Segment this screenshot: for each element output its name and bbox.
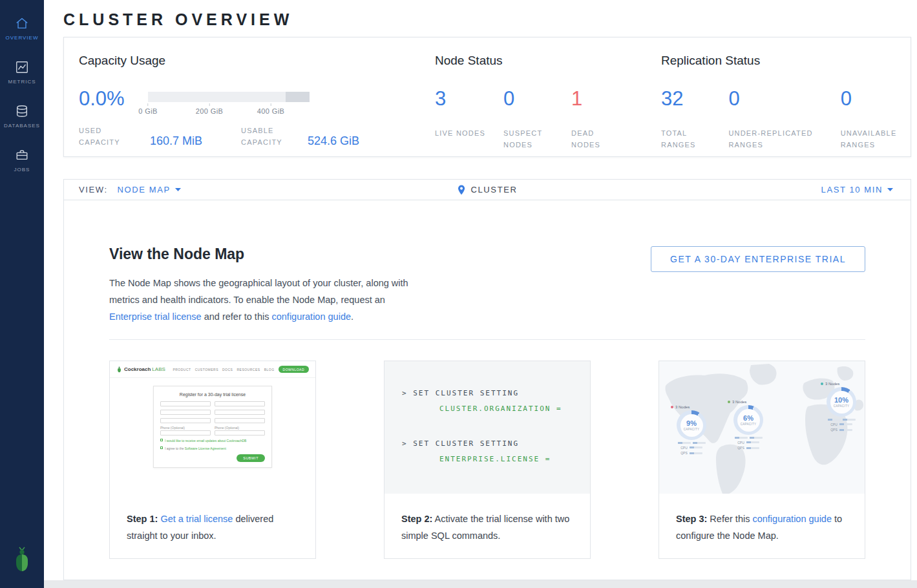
mock-input bbox=[160, 430, 211, 436]
sidebar-item-label: OVERVIEW bbox=[6, 35, 39, 41]
live-nodes-value: 3 bbox=[435, 89, 503, 109]
step-1-label: Step 1: bbox=[127, 514, 158, 524]
code-line: CLUSTER.ORGANIZATION = bbox=[402, 401, 590, 417]
under-replicated-ranges-value: 0 bbox=[728, 89, 840, 109]
mock-consent-line: I agree to the Software License Agreemen… bbox=[160, 446, 265, 451]
configuration-guide-link[interactable]: configuration guide bbox=[271, 311, 351, 322]
live-nodes-label: LIVE NODES bbox=[435, 127, 487, 139]
description-text: The Node Map shows the geographical layo… bbox=[109, 278, 408, 305]
get-trial-license-link[interactable]: Get a trial license bbox=[160, 514, 233, 524]
cluster-summary-card: Capacity Usage 0.0% 0 GiB 200 GiB 400 Gi… bbox=[63, 37, 911, 157]
unavailable-ranges-value: 0 bbox=[841, 89, 911, 109]
mock-download-button: DOWNLOAD bbox=[279, 366, 309, 373]
map-pin-icon bbox=[458, 185, 466, 195]
suspect-nodes-value: 0 bbox=[503, 89, 571, 109]
sidebar-item-metrics[interactable]: METRICS bbox=[0, 50, 44, 94]
step-1-card: CockroachLABS PRODUCT CUSTOMERS DOCS RES… bbox=[109, 361, 316, 559]
capacity-usage-section: Capacity Usage 0.0% 0 GiB 200 GiB 400 Gi… bbox=[64, 37, 420, 156]
step-1-caption: Step 1: Get a trial license delivered st… bbox=[110, 494, 315, 544]
cpu-label: CPU bbox=[830, 423, 838, 426]
unavailable-ranges-stat: 0 UNAVAILABLE RANGES bbox=[841, 89, 911, 151]
configuration-guide-link-2[interactable]: configuration guide bbox=[752, 514, 832, 524]
cockroach-logo-small-icon bbox=[116, 366, 122, 373]
qps-label: QPS bbox=[680, 451, 688, 455]
cluster-nodes-label: 3 Nodes bbox=[732, 400, 746, 404]
mock-input bbox=[160, 418, 211, 423]
used-capacity-stat: USED CAPACITY 160.7 MiB bbox=[79, 125, 202, 148]
qps-label: QPS bbox=[737, 446, 744, 450]
mock-checkbox bbox=[160, 439, 163, 441]
axis-tick: 400 GiB bbox=[257, 107, 285, 115]
usable-capacity-value: 524.6 GiB bbox=[308, 135, 359, 148]
sidebar-item-jobs[interactable]: JOBS bbox=[0, 138, 44, 182]
mock-registration-form: Register for a 30-day trial license Phon… bbox=[153, 386, 272, 468]
enterprise-trial-license-link[interactable]: Enterprise trial license bbox=[109, 311, 202, 322]
description-text: and refer to this bbox=[202, 311, 272, 322]
under-replicated-ranges-stat: 0 UNDER-REPLICATED RANGES bbox=[728, 89, 840, 151]
cockroach-labs-logo[interactable] bbox=[11, 547, 33, 575]
replication-status-title: Replication Status bbox=[661, 54, 911, 68]
capacity-axis: 0 GiB 200 GiB 400 GiB bbox=[148, 102, 310, 116]
sidebar-item-databases[interactable]: DATABASES bbox=[0, 94, 44, 138]
page-title: CLUSTER OVERVIEW bbox=[63, 9, 911, 37]
usable-capacity-stat: USABLE CAPACITY 524.6 GiB bbox=[241, 125, 359, 148]
under-replicated-ranges-label: UNDER-REPLICATED RANGES bbox=[728, 127, 829, 151]
cluster-nodes-label: 3 Nodes bbox=[825, 382, 839, 386]
capacity-bar-tail bbox=[286, 92, 310, 102]
usable-capacity-label: USABLE CAPACITY bbox=[241, 125, 293, 148]
mock-phone-label: Phone (Optional) bbox=[215, 426, 265, 430]
map-cluster: 3 Nodes 10%CAPACITY CPU QPS bbox=[821, 382, 862, 432]
mock-input bbox=[215, 430, 265, 436]
dead-nodes-label: DEAD NODES bbox=[571, 127, 623, 151]
sql-code-block: > SET CLUSTER SETTING CLUSTER.ORGANIZATI… bbox=[385, 361, 590, 494]
capacity-bar bbox=[148, 92, 310, 102]
map-cluster: 3 Nodes 6%CAPACITY CPU QPS bbox=[728, 400, 769, 450]
metrics-icon bbox=[15, 60, 29, 74]
sidebar-item-overview[interactable]: OVERVIEW bbox=[0, 6, 44, 50]
divider bbox=[109, 339, 865, 340]
node-map-preview: 3 Nodes 9%CAPACITY CPU QPS 3 Nodes 6%CAP… bbox=[659, 361, 865, 494]
total-ranges-stat: 32 TOTAL RANGES bbox=[661, 89, 728, 151]
total-ranges-label: TOTAL RANGES bbox=[661, 127, 713, 151]
replication-status-section: Replication Status 32 TOTAL RANGES 0 UND… bbox=[646, 37, 911, 156]
axis-tick: 200 GiB bbox=[196, 107, 224, 115]
capacity-usage-title: Capacity Usage bbox=[79, 54, 420, 68]
cpu-label: CPU bbox=[680, 446, 688, 450]
map-cluster: 3 Nodes 9%CAPACITY CPU QPS bbox=[671, 405, 712, 455]
dead-nodes-value: 1 bbox=[571, 89, 623, 109]
enterprise-trial-button[interactable]: GET A 30-DAY ENTERPRISE TRIAL bbox=[651, 246, 865, 272]
description-text: . bbox=[351, 311, 353, 322]
briefcase-icon bbox=[15, 148, 29, 162]
trial-license-screenshot: CockroachLABS PRODUCT CUSTOMERS DOCS RES… bbox=[110, 361, 315, 494]
sidebar-item-label: JOBS bbox=[14, 167, 30, 173]
panel-description: The Node Map shows the geographical layo… bbox=[109, 275, 410, 325]
dead-nodes-stat: 1 DEAD NODES bbox=[571, 89, 623, 151]
capacity-percent: 0.0% bbox=[79, 89, 148, 109]
step-3-text: Refer this bbox=[707, 514, 752, 524]
mock-checkbox bbox=[160, 446, 163, 449]
view-selector-dropdown[interactable]: NODE MAP bbox=[118, 185, 181, 194]
page-bottom-strip bbox=[44, 580, 917, 588]
suspect-nodes-stat: 0 SUSPECT NODES bbox=[503, 89, 571, 151]
cluster-nodes-label: 3 Nodes bbox=[675, 405, 690, 409]
mock-form-title: Register for a 30-day trial license bbox=[160, 392, 265, 397]
capacity-donut: 9%CAPACITY bbox=[677, 410, 706, 440]
time-range-dropdown[interactable]: LAST 10 MIN bbox=[821, 185, 893, 194]
view-label: VIEW: bbox=[79, 185, 108, 194]
total-ranges-value: 32 bbox=[661, 89, 728, 109]
sidebar: OVERVIEW METRICS DATABASES JOBS bbox=[0, 0, 44, 588]
mock-phone-label: Phone (Optional) bbox=[160, 426, 211, 430]
step-3-card: 3 Nodes 9%CAPACITY CPU QPS 3 Nodes 6%CAP… bbox=[659, 361, 865, 559]
axis-tick: 0 GiB bbox=[138, 107, 158, 115]
chevron-down-icon bbox=[175, 188, 181, 191]
locality-breadcrumb[interactable]: CLUSTER bbox=[458, 185, 518, 195]
node-status-section: Node Status 3 LIVE NODES 0 SUSPECT NODES… bbox=[420, 37, 646, 156]
unavailable-ranges-label: UNAVAILABLE RANGES bbox=[841, 127, 911, 151]
suspect-nodes-label: SUSPECT NODES bbox=[503, 127, 555, 151]
code-line: > SET CLUSTER SETTING bbox=[402, 386, 590, 401]
mock-input bbox=[215, 418, 265, 423]
database-icon bbox=[15, 104, 29, 118]
qps-label: QPS bbox=[830, 428, 838, 432]
sidebar-item-label: METRICS bbox=[8, 79, 36, 85]
locality-dot bbox=[728, 401, 730, 403]
